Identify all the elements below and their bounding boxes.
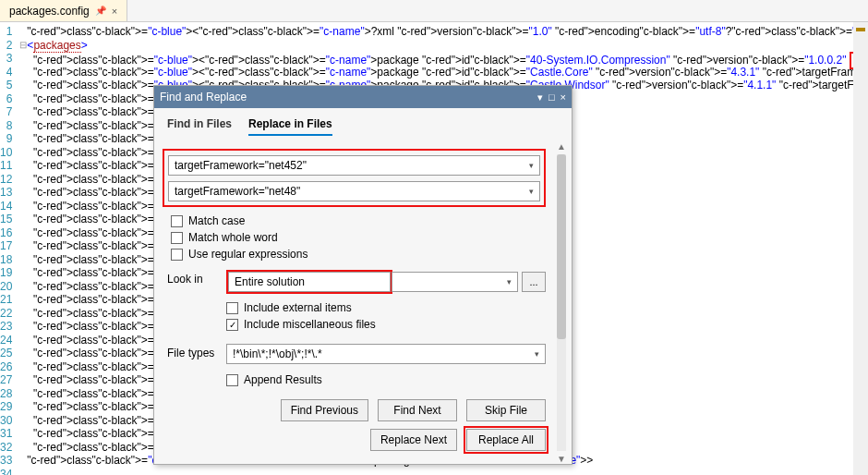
whole-word-label: Match whole word: [188, 231, 278, 244]
scroll-overview[interactable]: [853, 22, 868, 475]
skip-file-button[interactable]: Skip File: [466, 399, 546, 421]
scroll-up-icon[interactable]: ▲: [553, 141, 570, 152]
browse-button[interactable]: ...: [522, 272, 546, 292]
filetypes-value: !*\bin\*;!*\obj\*;!*\.*: [233, 347, 322, 360]
search-inputs-highlight: targetFramework="net452" ▾ targetFramewo…: [163, 149, 546, 207]
include-external-checkbox[interactable]: [226, 302, 238, 314]
find-previous-button[interactable]: Find Previous: [281, 399, 368, 421]
chevron-down-icon[interactable]: ▾: [535, 349, 539, 359]
replace-next-button[interactable]: Replace Next: [370, 429, 457, 451]
dialog-tabs: Find in Files Replace in Files: [154, 108, 572, 141]
fold-gutter: ⊟: [19, 22, 27, 475]
dropdown-icon[interactable]: ▾: [537, 91, 543, 104]
line-number-gutter: 1234567891011121314151617181920212223242…: [0, 22, 19, 475]
chevron-down-icon[interactable]: ▾: [529, 161, 534, 170]
close-icon[interactable]: ×: [561, 91, 566, 104]
append-results-checkbox[interactable]: [226, 374, 238, 386]
append-results-label: Append Results: [244, 373, 322, 386]
regex-checkbox[interactable]: [171, 249, 183, 261]
scroll-down-icon[interactable]: ▼: [553, 454, 570, 464]
tab-title: packages.config: [9, 5, 90, 18]
lookin-combo-extend[interactable]: ▾: [392, 272, 518, 292]
include-misc-label: Include miscellaneous files: [244, 318, 376, 331]
replace-input[interactable]: targetFramework="net48" ▾: [168, 181, 540, 201]
replace-all-button[interactable]: Replace All: [466, 429, 546, 451]
include-misc-checkbox[interactable]: ✓: [226, 319, 238, 331]
find-replace-dialog: Find and Replace ▾ □ × Find in Files Rep…: [153, 85, 573, 465]
scroll-thumb[interactable]: [557, 154, 566, 339]
whole-word-checkbox[interactable]: [171, 232, 183, 244]
filetypes-label: File types: [167, 344, 219, 359]
tab-find-in-files[interactable]: Find in Files: [167, 117, 232, 136]
find-next-button[interactable]: Find Next: [378, 399, 457, 421]
dialog-scrollbar[interactable]: ▲ ▼: [553, 141, 570, 464]
dialog-title: Find and Replace: [160, 91, 247, 104]
close-icon[interactable]: ×: [112, 6, 117, 17]
dialog-titlebar[interactable]: Find and Replace ▾ □ ×: [154, 86, 572, 108]
find-value: targetFramework="net452": [175, 159, 307, 172]
include-external-label: Include external items: [244, 301, 352, 314]
lookin-label: Look in: [167, 270, 219, 286]
match-case-checkbox[interactable]: [171, 215, 183, 227]
find-input[interactable]: targetFramework="net452" ▾: [168, 155, 540, 176]
filetypes-input[interactable]: !*\bin\*;!*\obj\*;!*\.* ▾: [226, 344, 546, 364]
lookin-value: Entire solution: [235, 275, 305, 288]
match-case-label: Match case: [188, 214, 245, 227]
chevron-down-icon[interactable]: ▾: [507, 277, 512, 286]
maximize-icon[interactable]: □: [549, 91, 555, 104]
lookin-combo[interactable]: Entire solution: [228, 272, 391, 292]
document-tabbar: packages.config 📌 ×: [0, 0, 868, 22]
document-tab-active[interactable]: packages.config 📌 ×: [0, 0, 127, 21]
lookin-highlight: Entire solution: [226, 270, 392, 294]
chevron-down-icon[interactable]: ▾: [529, 187, 534, 196]
replace-value: targetFramework="net48": [175, 185, 300, 198]
tab-replace-in-files[interactable]: Replace in Files: [248, 117, 332, 136]
pin-icon[interactable]: 📌: [95, 6, 106, 16]
regex-label: Use regular expressions: [188, 248, 307, 261]
